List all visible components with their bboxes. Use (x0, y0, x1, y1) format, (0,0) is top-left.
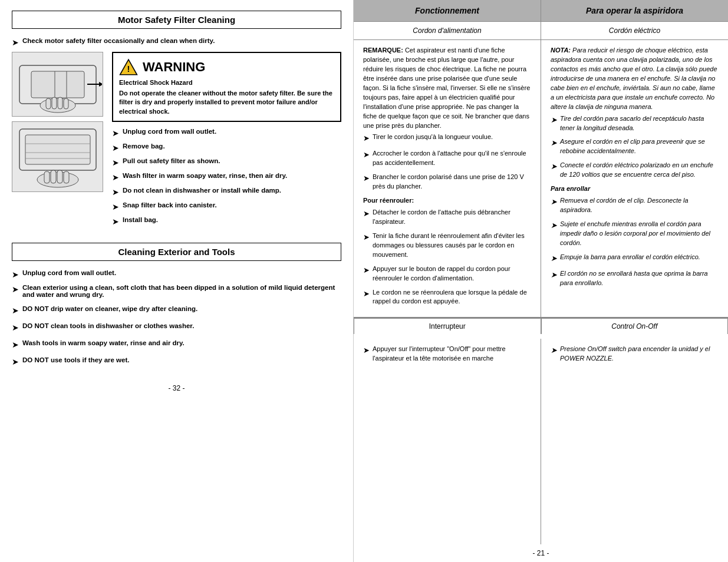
svg-text:!: ! (127, 64, 130, 74)
es-arrow-2: ➤ (551, 138, 557, 149)
es-interrupteur-step-1-text: Presione On/Off switch para encender la … (560, 345, 719, 363)
right-page-number: - 21 - (354, 544, 728, 562)
es-reel-step-2: ➤ Sujete el enchufe mientras enrolla el … (551, 220, 719, 248)
right-column: Fonctionnement Para operar la aspiridora… (354, 0, 728, 562)
step-no-dishwasher: ➤ Do not clean in dishwasher or install … (112, 187, 341, 197)
motor-intro-text: Check motor safety filter occasionally a… (22, 37, 215, 44)
cleaning-step-1-text: Unplug cord from wall outlet. (22, 269, 116, 276)
right-header: Fonctionnement Para operar la aspiridora (354, 0, 728, 22)
motor-section-title: Motor Safety Filter Cleaning (18, 15, 335, 25)
cleaning-step-5-text: Wash tools in warm soapy water, rinse an… (22, 339, 185, 346)
es-step-3: ➤ Conecte el cordón eléctrico polarizado… (551, 161, 719, 180)
arrow-c3: ➤ (12, 306, 19, 315)
nota-paragraph: NOTA: Para reducir el riesgo de choque e… (551, 46, 719, 112)
left-images (12, 52, 106, 231)
es-interrupteur-step-1: ➤ Presione On/Off switch para encender l… (551, 345, 719, 363)
es-reel-arrow-3: ➤ (551, 253, 557, 265)
step-snap-filter: ➤ Snap filter back into canister. (112, 201, 341, 211)
warning-and-steps: ! WARNING Electrical Shock Hazard Do not… (112, 52, 341, 231)
cleaning-step-2-text: Clean exterior using a clean, soft cloth… (22, 284, 341, 298)
step-pull-filter-text: Pull out safety filter as shown. (123, 157, 220, 164)
step-wash-filter: ➤ Wash filter in warm soapy water, rinse… (112, 172, 341, 182)
svg-marker-5 (99, 82, 102, 87)
interrupteur-label: Interrupteur (354, 318, 541, 334)
cordon-electrico-label: Cordón eléctrico (541, 22, 728, 39)
cordon-alimentation-label: Cordon d'alimentation (354, 22, 541, 39)
content-row: ! WARNING Electrical Shock Hazard Do not… (12, 52, 341, 231)
remarque-text: Cet aspirateur est nanti d'une fiche pol… (363, 47, 530, 129)
vacuum-bottom-image (12, 121, 103, 192)
cleaning-step-3-text: DO NOT drip water on cleaner, wipe dry a… (22, 305, 197, 312)
fr-int-arrow-1: ➤ (363, 345, 370, 356)
fr-interrupteur-step-1: ➤ Appuyer sur l'interrupteur "On/Off" po… (363, 345, 531, 363)
interrupteur-text: Interrupteur (429, 322, 466, 330)
step-pull-filter: ➤ Pull out safety filter as shown. (112, 157, 341, 167)
es-step-1: ➤ Tire del cordón para sacarlo del recep… (551, 114, 719, 133)
svg-rect-1 (31, 71, 84, 98)
arrow-c6: ➤ (12, 357, 19, 366)
fr-reel-arrow-3: ➤ (363, 265, 370, 276)
svg-rect-19 (57, 170, 62, 183)
motor-section-title-box: Motor Safety Filter Cleaning (12, 11, 341, 29)
para-enrollar-label: Para enrollar (551, 184, 719, 194)
es-arrow-3: ➤ (551, 161, 557, 173)
cordon-electrico-text: Cordón eléctrico (609, 27, 660, 35)
cleaning-step-4: ➤ DO NOT clean tools in dishwasher or cl… (12, 322, 341, 332)
fr-step-3: ➤ Brancher le cordon polarisé dans une p… (363, 173, 531, 191)
fr-reel-arrow-1: ➤ (363, 209, 370, 220)
arrow-icon-3: ➤ (112, 158, 119, 167)
es-reel-arrow-1: ➤ (551, 197, 557, 208)
arrow-icon: ➤ (12, 38, 19, 47)
nota-label: NOTA: (551, 47, 571, 54)
arrow-c1: ➤ (12, 270, 19, 279)
fr-step-1-text: Tirer le cordon jusqu'à la longueur voul… (373, 133, 531, 142)
svg-rect-10 (64, 98, 68, 109)
warning-text: Do not operate the cleaner without the m… (119, 89, 334, 116)
fr-reel-step-1-text: Détacher le cordon de l'attache puis déb… (373, 208, 531, 227)
fr-reel-step-3-text: Appuyer sur le bouton de rappel du cordo… (373, 265, 531, 283)
interrupteur-header: Interrupteur Control On-Off (354, 318, 728, 339)
arrow-icon-4: ➤ (112, 173, 119, 182)
arrow-icon-6: ➤ (112, 202, 119, 211)
fr-step-3-text: Brancher le cordon polarisé dans une pri… (373, 173, 531, 191)
es-arrow-1: ➤ (551, 115, 557, 126)
fonctionnement-header: Fonctionnement (354, 0, 541, 21)
arrow-c2: ➤ (12, 285, 19, 294)
svg-rect-17 (44, 171, 50, 183)
arrow-icon-5: ➤ (112, 187, 119, 197)
fr-arrow-2: ➤ (363, 150, 370, 161)
fonctionnement-title: Fonctionnement (415, 6, 479, 15)
left-column: Motor Safety Filter Cleaning ➤ Check mot… (0, 0, 354, 562)
warning-subtitle: Electrical Shock Hazard (119, 79, 334, 86)
cleaning-step-4-text: DO NOT clean tools in dishwasher or clot… (22, 322, 194, 329)
fr-reel-step-2: ➤ Tenir la fiche durant le réenroulement… (363, 232, 531, 260)
cleaning-section-title: Cleaning Exterior and Tools (18, 247, 335, 257)
fr-reel-arrow-2: ➤ (363, 232, 370, 243)
step-install-bag-text: Install bag. (123, 216, 158, 223)
svg-rect-7 (46, 98, 51, 109)
cleaning-step-3: ➤ DO NOT drip water on cleaner, wipe dry… (12, 305, 341, 315)
warning-header: ! WARNING (119, 58, 334, 77)
fr-arrow-1: ➤ (363, 133, 370, 144)
fr-reel-step-4: ➤ Le cordon ne se réenroulera que lorsqu… (363, 288, 531, 307)
warning-box: ! WARNING Electrical Shock Hazard Do not… (112, 52, 341, 122)
arrow-c5: ➤ (12, 340, 19, 349)
es-reel-arrow-4: ➤ (551, 270, 557, 281)
es-reel-step-1-text: Remueva el cordón de el clip. Desconecte… (560, 196, 719, 215)
cordon-alimentation-text: Cordon d'alimentation (413, 27, 481, 35)
es-reel-step-4: ➤ El cordón no se enrollará hasta que op… (551, 269, 719, 288)
para-operar-header: Para operar la aspiridora (541, 0, 728, 21)
vacuum-top-image (12, 52, 103, 117)
warning-triangle-icon: ! (119, 58, 138, 77)
fr-step-2: ➤ Accrocher le cordon à l'attache pour q… (363, 149, 531, 168)
warning-title: WARNING (143, 59, 205, 75)
interrupteur-spanish: ➤ Presione On/Off switch para encender l… (541, 339, 728, 544)
cleaning-step-6: ➤ DO NOT use tools if they are wet. (12, 356, 341, 366)
fr-reel-arrow-4: ➤ (363, 289, 370, 300)
cleaning-step-6-text: DO NOT use tools if they are wet. (22, 356, 129, 363)
svg-rect-9 (58, 97, 62, 109)
es-step-3-text: Conecte el cordón eléctrico polarizado e… (560, 161, 719, 180)
interrupteur-french: ➤ Appuyer sur l'interrupteur "On/Off" po… (354, 339, 541, 544)
fr-reel-step-2-text: Tenir la fiche durant le réenroulement a… (373, 232, 531, 260)
step-remove-bag: ➤ Remove bag. (112, 143, 341, 153)
